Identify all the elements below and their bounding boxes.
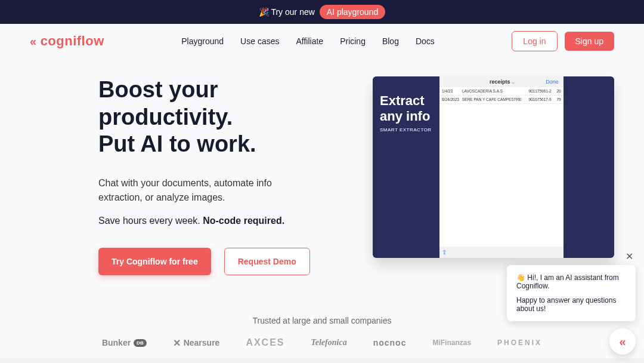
chevron-icon: ⌵ bbox=[512, 79, 515, 85]
logo[interactable]: « cogniflow bbox=[30, 33, 104, 49]
hero-left: Boost your productivity. Put AI to work.… bbox=[98, 76, 337, 275]
signup-button[interactable]: Sign up bbox=[565, 32, 614, 51]
backed-section: Backed by aws startups bbox=[0, 358, 644, 363]
nav-affiliate[interactable]: Affiliate bbox=[296, 36, 323, 46]
row-amt: 79 bbox=[554, 97, 561, 101]
logo-nearsure: ✕ Nearsure bbox=[173, 337, 220, 349]
chat-widget: ✕ 👋 Hi!, I am an AI assistant from Cogni… bbox=[507, 265, 636, 321]
nav-blog[interactable]: Blog bbox=[382, 36, 399, 46]
logos-row: Bunker DB ✕ Nearsure AXCES Telefonica no… bbox=[0, 337, 644, 349]
mock-footer: ⇪ bbox=[439, 247, 564, 258]
logo-bunker: Bunker DB bbox=[102, 338, 147, 347]
hero-sub2-bold: No-code required. bbox=[203, 216, 284, 226]
bunker-db-pill: DB bbox=[134, 339, 147, 347]
hero-heading-line2: Put AI to work. bbox=[98, 131, 256, 156]
top-banner: 🎉 Try our new AI playground bbox=[0, 0, 644, 24]
nav-playground[interactable]: Playground bbox=[181, 36, 224, 46]
request-demo-button[interactable]: Request Demo bbox=[224, 248, 310, 275]
chat-close-icon[interactable]: ✕ bbox=[626, 251, 633, 262]
mock-topbar: receipts ⌵ Done bbox=[439, 76, 564, 87]
ai-playground-pill[interactable]: AI playground bbox=[320, 5, 385, 19]
hero-demo-panel: Extract any info SMART EXTRACTOR receipt… bbox=[373, 76, 614, 258]
row-amt: 20 bbox=[554, 89, 561, 93]
logo-mifinanzas: MiFinanzas bbox=[432, 339, 471, 347]
row-date: 1/4/23 bbox=[442, 89, 460, 93]
logo-nocnoc: nocnoc bbox=[373, 338, 407, 347]
logo-phoenix: PHOENIX bbox=[497, 339, 542, 347]
logo-telefonica: Telefonica bbox=[311, 338, 347, 347]
hero-heading: Boost your productivity. Put AI to work. bbox=[98, 76, 337, 158]
mock-done[interactable]: Done bbox=[546, 79, 559, 85]
nearsure-icon: ✕ bbox=[173, 337, 181, 349]
row-vendor: SERE PAN Y CAFE CAMPESTRE bbox=[462, 97, 522, 101]
mock-device-pane: receipts ⌵ Done 1/4/23 LAVOSCADERIA S.A.… bbox=[439, 76, 564, 258]
auth-buttons: Log in Sign up bbox=[512, 31, 614, 51]
chat-fab-icon: « bbox=[619, 335, 626, 349]
banner-pre-text: 🎉 Try our new bbox=[259, 7, 315, 17]
row-id: 901675617-9 bbox=[524, 97, 552, 101]
try-free-button[interactable]: Try Cogniflow for free bbox=[98, 248, 211, 275]
chat-line2: Happy to answer any questions about us! bbox=[516, 296, 626, 313]
logo-axces: AXCES bbox=[246, 337, 284, 348]
login-button[interactable]: Log in bbox=[512, 31, 557, 51]
nav-links: Playground Use cases Affiliate Pricing B… bbox=[181, 36, 435, 46]
logo-text: cogniflow bbox=[41, 33, 104, 49]
row-date: 8/24/2023 bbox=[442, 97, 460, 101]
nav-pricing[interactable]: Pricing bbox=[340, 36, 366, 46]
nav-use-cases[interactable]: Use cases bbox=[240, 36, 279, 46]
site-header: « cogniflow Playground Use cases Affilia… bbox=[0, 24, 644, 59]
hero-heading-line1: Boost your productivity. bbox=[98, 77, 233, 130]
hero-section: Boost your productivity. Put AI to work.… bbox=[0, 59, 644, 299]
row-vendor: LAVOSCADERIA S.A.S bbox=[462, 89, 522, 93]
extract-sub: SMART EXTRACTOR bbox=[380, 127, 432, 133]
hero-sub2-pre: Save hours every week. bbox=[98, 216, 203, 226]
extract-title: Extract any info bbox=[380, 93, 430, 124]
share-icon[interactable]: ⇪ bbox=[442, 249, 447, 256]
row-id: 901175961-2 bbox=[524, 89, 552, 93]
cta-row: Try Cogniflow for free Request Demo bbox=[98, 248, 337, 275]
logo-icon: « bbox=[30, 35, 37, 48]
table-row: 8/24/2023 SERE PAN Y CAFE CAMPESTRE 9016… bbox=[439, 96, 564, 104]
nav-docs[interactable]: Docs bbox=[416, 36, 435, 46]
hero-sub1: Chat with your documents, automate info … bbox=[98, 176, 301, 205]
chat-line1: 👋 Hi!, I am an AI assistant from Cognifl… bbox=[516, 273, 626, 290]
table-row: 1/4/23 LAVOSCADERIA S.A.S 901175961-2 20 bbox=[439, 87, 564, 96]
extract-text: Extract any info SMART EXTRACTOR bbox=[373, 76, 439, 258]
mock-title: receipts ⌵ bbox=[459, 79, 546, 85]
chat-fab[interactable]: « bbox=[609, 328, 636, 355]
hero-sub2: Save hours every week. No-code required. bbox=[98, 216, 337, 226]
